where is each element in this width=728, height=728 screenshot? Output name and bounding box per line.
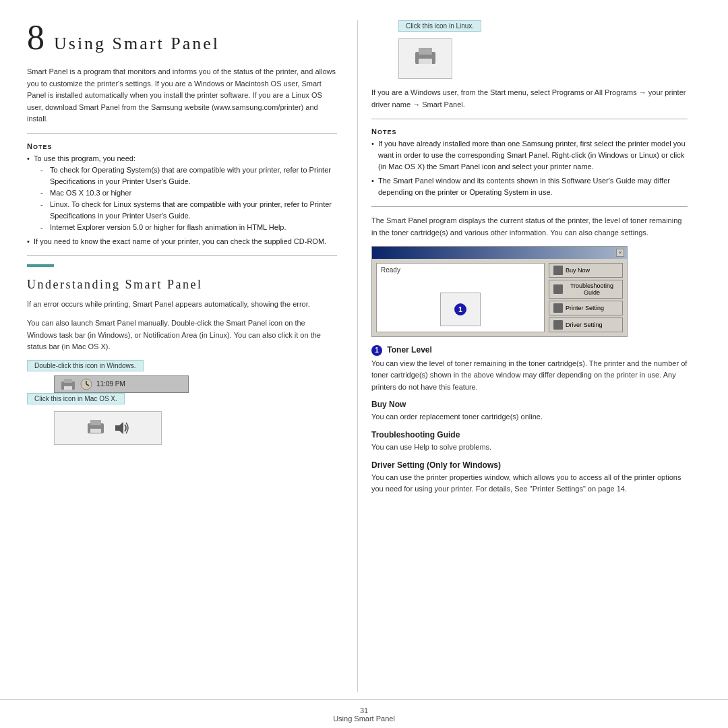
buy-now-title: Buy Now <box>371 400 688 409</box>
sp-close-button[interactable]: × <box>616 249 624 257</box>
sp-body: Ready 1 Buy Now <box>372 259 627 336</box>
mac-icons-row <box>82 414 134 442</box>
printer-setting-button[interactable]: Printer Setting <box>549 301 623 315</box>
clock-icon <box>80 378 92 390</box>
left-column: 8 Using Smart Panel Smart Panel is a pro… <box>27 20 357 692</box>
understanding-section: Understanding Smart Panel If an error oc… <box>27 264 337 444</box>
chapter-header: 8 Using Smart Panel <box>27 20 337 55</box>
list-item: To use this program, you need: To check … <box>27 153 337 233</box>
sub-list-item: To check for Operating System(s) that ar… <box>40 164 337 187</box>
linux-callout-box: Click this icon in Linux. <box>398 20 481 32</box>
windows-taskbar-demo: 11:09 PM <box>54 375 189 393</box>
linux-callout-text: Click this icon in Linux. <box>406 22 474 30</box>
printer-icon-windows <box>60 377 76 391</box>
page-footer: 31 Using Smart Panel <box>0 699 728 728</box>
sp-titlebar: × <box>372 247 627 259</box>
wrench-icon <box>553 284 563 294</box>
mac-callout-box: Click this icon in Mac OS X. <box>27 393 125 404</box>
toner-level-title: 1 Toner Level <box>371 345 688 356</box>
page-number: 31 <box>0 706 728 715</box>
windows-callout-box: Double-click this icon in Windows. <box>27 360 144 371</box>
chapter-number: 8 <box>27 20 44 55</box>
sp-buttons-area: Buy Now Troubleshooting Guide Printer Se… <box>549 263 623 332</box>
troubleshooting-guide-button[interactable]: Troubleshooting Guide <box>549 280 623 299</box>
notes-list: To use this program, you need: To check … <box>27 153 337 247</box>
teal-accent-bar <box>27 264 54 267</box>
mac-icon-demo <box>54 411 162 445</box>
windows-callout-text: Double-click this icon in Windows. <box>34 362 136 369</box>
understanding-para-2: You can also launch Smart Panel manually… <box>27 317 337 353</box>
windows-menu-text: If you are a Windows user, from the Star… <box>371 87 688 111</box>
understanding-section-title: Understanding Smart Panel <box>27 278 337 292</box>
right-divider-2 <box>371 206 688 207</box>
mac-printer-icon <box>86 418 106 438</box>
right-column: Click this icon in Linux. If you are a W… <box>357 20 688 692</box>
understanding-para-1: If an error occurs while printing, Smart… <box>27 299 337 311</box>
svg-rect-1 <box>64 379 72 383</box>
driver-setting-title: Driver Setting (Only for Windows) <box>371 460 688 470</box>
right-notes-item-2: The Smart Panel window and its contents … <box>371 175 688 198</box>
troubleshooting-section: Troubleshooting Guide You can use Help t… <box>371 430 688 454</box>
smart-panel-window: × Ready 1 <box>371 246 628 337</box>
right-divider-1 <box>371 119 688 119</box>
divider-1 <box>27 133 337 134</box>
svg-marker-9 <box>115 422 123 434</box>
notes-section: NOTES To use this program, you need: To … <box>27 142 337 247</box>
intro-paragraph: Smart Panel is a program that monitors a… <box>27 66 337 125</box>
sub-list: To check for Operating System(s) that ar… <box>34 164 337 233</box>
list-item: If you need to know the exact name of yo… <box>27 236 337 247</box>
sp-toner-box: 1 <box>440 293 481 326</box>
divider-2 <box>27 255 337 256</box>
sp-status-area: Ready 1 <box>376 263 545 332</box>
right-notes-item-1: If you have already installed more than … <box>371 138 688 173</box>
mac-callout-text: Click this icon in Mac OS X. <box>34 395 117 402</box>
sub-list-item: Internet Explorer version 5.0 or higher … <box>40 222 337 233</box>
right-notes-title: NOTES <box>371 127 688 135</box>
troubleshooting-text: You can use Help to solve problems. <box>371 442 688 454</box>
troubleshooting-title: Troubleshooting Guide <box>371 430 688 439</box>
svg-rect-2 <box>64 386 72 390</box>
printer-setting-icon <box>553 303 563 313</box>
buy-now-button[interactable]: Buy Now <box>549 263 623 278</box>
sub-list-item: Linux. To check for Linux systems that a… <box>40 199 337 222</box>
driver-setting-text: You can use the printer properties windo… <box>371 472 688 495</box>
sub-list-item: Mac OS X 10.3 or higher <box>40 187 337 199</box>
svg-rect-12 <box>419 59 432 64</box>
mac-speaker-icon <box>113 419 130 437</box>
driver-setting-button[interactable]: Driver Setting <box>549 317 623 332</box>
buy-now-section: Buy Now You can order replacement toner … <box>371 400 688 423</box>
toner-level-text: You can view the level of toner remainin… <box>371 358 688 394</box>
svg-rect-7 <box>90 420 101 425</box>
sp-toner-badge: 1 <box>454 303 466 315</box>
right-notes-list: If you have already installed more than … <box>371 138 688 198</box>
cart-icon <box>553 266 563 275</box>
linux-printer-icon <box>413 45 437 72</box>
svg-rect-8 <box>90 429 101 433</box>
sp-status-text: Ready <box>381 266 540 274</box>
driver-icon <box>553 320 563 330</box>
driver-setting-section: Driver Setting (Only for Windows) You ca… <box>371 460 688 495</box>
linux-icon-demo <box>398 38 452 79</box>
page: 8 Using Smart Panel Smart Panel is a pro… <box>0 0 728 728</box>
buy-now-text: You can order replacement toner cartridg… <box>371 411 688 423</box>
right-header: Click this icon in Linux. If you are a W… <box>371 20 688 495</box>
toner-badge: 1 <box>371 345 382 356</box>
footer-title: Using Smart Panel <box>0 715 728 723</box>
notes-title: NOTES <box>27 142 337 150</box>
chapter-title: Using Smart Panel <box>54 34 220 54</box>
sp-program-desc: The Smart Panel program displays the cur… <box>371 215 688 239</box>
right-notes-section: NOTES If you have already installed more… <box>371 127 688 198</box>
windows-time: 11:09 PM <box>96 380 125 388</box>
svg-rect-11 <box>419 48 432 55</box>
toner-level-section: 1 Toner Level You can view the level of … <box>371 345 688 394</box>
